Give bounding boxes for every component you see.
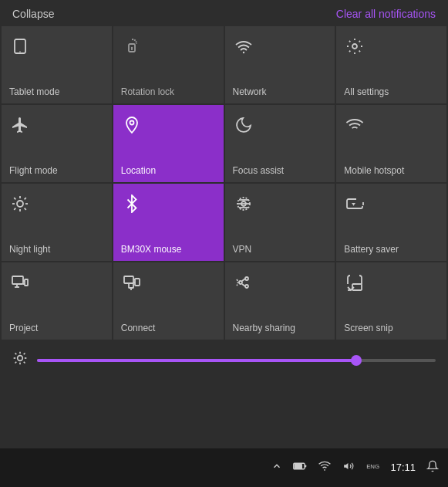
- tile-label: Screen snip: [344, 323, 392, 333]
- svg-text:ENG: ENG: [367, 463, 380, 470]
- settings-icon: [345, 37, 364, 60]
- tile-connect[interactable]: Connect: [113, 262, 224, 340]
- tile-label: VPN: [233, 244, 252, 255]
- connect-icon: [123, 273, 141, 296]
- svg-rect-26: [25, 279, 28, 286]
- svg-point-40: [18, 356, 23, 361]
- bluetooth-icon: [123, 194, 141, 218]
- tile-night-light[interactable]: Night light: [2, 184, 112, 261]
- wifi-taskbar-icon[interactable]: [318, 461, 332, 475]
- screen-snip-icon: [345, 273, 364, 296]
- volume-taskbar-icon[interactable]: [342, 461, 355, 475]
- tile-label: Project: [9, 323, 38, 333]
- svg-rect-50: [295, 464, 303, 468]
- svg-line-16: [25, 198, 26, 199]
- tile-all-settings[interactable]: All settings: [336, 26, 446, 103]
- tile-label: Mobile hotspot: [344, 165, 404, 176]
- flight-icon: [11, 116, 29, 139]
- svg-line-43: [15, 353, 17, 355]
- hotspot-icon: [345, 116, 364, 139]
- brightness-thumb[interactable]: [351, 355, 362, 366]
- brightness-fill: [37, 359, 356, 362]
- tile-rotation-lock[interactable]: Rotation lock: [113, 26, 224, 103]
- svg-point-37: [245, 285, 248, 288]
- svg-line-44: [24, 362, 25, 364]
- svg-rect-30: [129, 283, 133, 288]
- tile-label: Location: [121, 165, 156, 176]
- tile-label: Night light: [9, 244, 50, 255]
- tile-bm30x-mouse[interactable]: BM30X mouse: [113, 184, 224, 261]
- svg-rect-51: [305, 465, 306, 468]
- action-center: Collapse Clear all notifications Tablet …: [0, 0, 448, 380]
- svg-point-7: [130, 121, 133, 125]
- svg-marker-53: [345, 463, 349, 469]
- collapse-button[interactable]: Collapse: [12, 8, 54, 20]
- brightness-track: [37, 359, 436, 362]
- tile-label: Tablet mode: [9, 86, 59, 97]
- tile-flight-mode[interactable]: Flight mode: [2, 105, 112, 182]
- language-icon[interactable]: ENG: [365, 461, 379, 475]
- tile-screen-snip[interactable]: Screen snip: [336, 262, 446, 340]
- svg-point-52: [325, 469, 326, 471]
- rotation-icon: [123, 37, 141, 60]
- tile-label: BM30X mouse: [121, 244, 182, 255]
- tile-label: Network: [233, 86, 267, 97]
- project-icon: [11, 273, 29, 296]
- svg-rect-23: [12, 276, 23, 284]
- chevron-up-icon[interactable]: [271, 461, 282, 475]
- svg-line-12: [25, 208, 26, 210]
- battery-icon: [345, 194, 364, 218]
- location-icon: [123, 116, 141, 139]
- svg-point-6: [352, 44, 357, 49]
- battery-taskbar-icon[interactable]: [293, 461, 307, 475]
- taskbar: ENG 17:11: [0, 448, 448, 487]
- svg-rect-32: [135, 279, 140, 286]
- tile-label: Flight mode: [9, 165, 58, 176]
- svg-point-1: [19, 51, 21, 52]
- tile-focus-assist[interactable]: Focus assist: [225, 105, 335, 182]
- nearby-sharing-icon: [234, 273, 253, 296]
- tile-label: Focus assist: [233, 165, 285, 176]
- brightness-sun-icon: [12, 350, 28, 370]
- tablet-icon: [11, 37, 29, 60]
- svg-point-8: [17, 201, 23, 207]
- tile-nearby-sharing[interactable]: Nearby sharing: [225, 262, 335, 340]
- quick-actions-grid: Tablet mode Rotation lock: [0, 26, 448, 340]
- clear-notifications-button[interactable]: Clear all notifications: [336, 8, 436, 20]
- sun-icon: [11, 194, 29, 218]
- svg-point-4: [131, 47, 133, 49]
- tile-vpn[interactable]: VPN: [225, 184, 335, 261]
- tile-label: Rotation lock: [121, 86, 174, 97]
- svg-point-5: [242, 52, 244, 53]
- tile-network[interactable]: Network: [225, 26, 335, 103]
- svg-line-47: [15, 362, 17, 364]
- tile-label: Battery saver: [344, 244, 399, 255]
- tile-label: Nearby sharing: [233, 323, 295, 333]
- svg-line-11: [14, 198, 15, 199]
- tile-label: Connect: [121, 323, 156, 333]
- tile-tablet-mode[interactable]: Tablet mode: [2, 26, 112, 103]
- tile-label: All settings: [344, 86, 389, 97]
- svg-point-35: [239, 281, 242, 284]
- svg-rect-29: [124, 276, 133, 283]
- brightness-control: [0, 340, 448, 380]
- network-icon: [234, 37, 253, 60]
- svg-point-36: [245, 277, 248, 280]
- moon-icon: [234, 116, 253, 139]
- tile-project[interactable]: Project: [2, 262, 112, 340]
- vpn-icon: [234, 194, 253, 218]
- tile-battery-saver[interactable]: Battery saver: [336, 184, 446, 261]
- tile-location[interactable]: Location: [113, 105, 224, 182]
- svg-line-48: [24, 353, 25, 355]
- svg-line-15: [14, 208, 15, 210]
- notification-icon[interactable]: [426, 460, 439, 475]
- top-bar: Collapse Clear all notifications: [0, 0, 448, 26]
- taskbar-time[interactable]: 17:11: [390, 462, 416, 475]
- brightness-slider[interactable]: [37, 359, 436, 362]
- tile-mobile-hotspot[interactable]: Mobile hotspot: [336, 105, 446, 182]
